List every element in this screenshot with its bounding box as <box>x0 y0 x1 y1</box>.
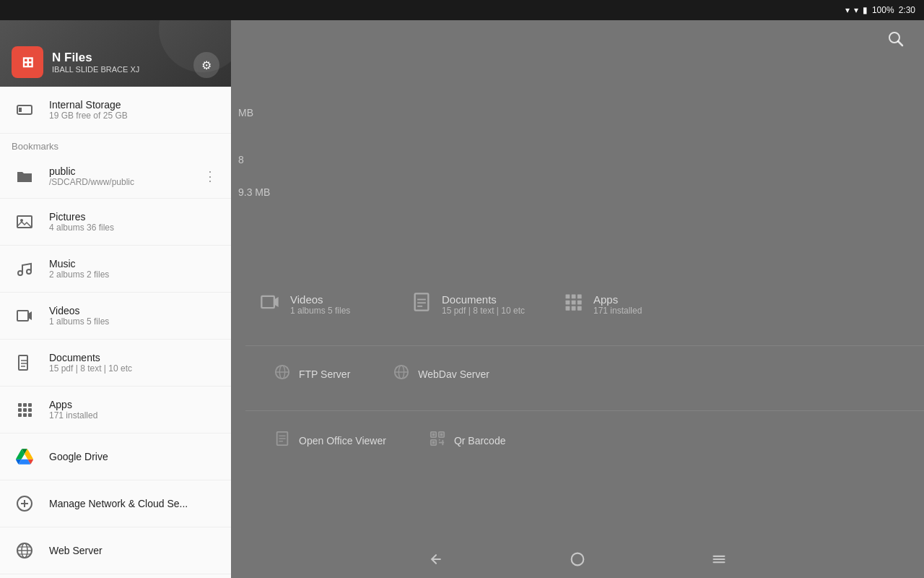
add-cloud-icon <box>12 491 38 517</box>
nav-webdav-server[interactable]: WebDav Server <box>0 574 231 578</box>
pictures-text: Pictures 4 albums 36 files <box>49 211 219 233</box>
settings-button[interactable]: ⚙ <box>193 52 219 78</box>
svg-rect-35 <box>261 296 274 308</box>
servers-section: FTP Server WebDav Server <box>245 353 924 395</box>
main-apps-item[interactable]: Apps 171 installed <box>563 280 693 328</box>
gdrive-text: Google Drive <box>49 451 219 462</box>
svg-rect-36 <box>415 293 429 310</box>
main-documents-name: Documents <box>442 293 525 306</box>
videos-text: Videos 1 albums 5 files <box>49 305 219 327</box>
menu-button[interactable] <box>706 546 732 576</box>
open-office-item[interactable]: Open Office Viewer <box>274 431 386 450</box>
bookmark-text: public /SDCARD/www/public <box>49 165 189 187</box>
main-videos-name: Videos <box>290 293 350 306</box>
bookmark-path: /SDCARD/www/public <box>49 177 189 187</box>
svg-rect-12 <box>23 403 27 407</box>
open-office-icon <box>274 431 290 450</box>
pictures-icon <box>12 209 38 235</box>
svg-line-34 <box>898 41 902 46</box>
main-videos-icon <box>260 292 280 316</box>
partial-mb1: MB <box>231 107 253 118</box>
status-icons: ▾ ▾ ▮ 100% 2:30 <box>845 5 915 15</box>
ftp-server-icon <box>274 364 290 384</box>
wifi-icon: ▾ <box>845 5 850 15</box>
app-icon: ⊞ <box>12 46 43 78</box>
main-apps-name: Apps <box>593 293 642 306</box>
documents-text: Documents 15 pdf | 8 text | 10 etc <box>49 352 219 374</box>
back-button[interactable] <box>423 546 449 576</box>
bottom-nav <box>231 543 924 578</box>
main-apps-text: Apps 171 installed <box>593 293 642 316</box>
svg-point-4 <box>18 271 22 275</box>
main-header <box>231 20 924 61</box>
svg-rect-64 <box>432 441 435 444</box>
bookmark-more-button[interactable]: ⋮ <box>201 165 219 187</box>
webdav-server-item[interactable]: WebDav Server <box>393 364 489 384</box>
home-button[interactable] <box>565 546 590 576</box>
nav-videos[interactable]: Videos 1 albums 5 files <box>0 293 231 340</box>
app-title: N Files <box>52 51 139 65</box>
web-server-name: Web Server <box>49 545 219 556</box>
bookmark-public[interactable]: public /SDCARD/www/public ⋮ <box>0 155 231 199</box>
svg-rect-1 <box>19 108 22 112</box>
partial-num1: 8 <box>231 154 244 165</box>
app-name-text: N Files IBALL SLIDE BRACE XJ <box>52 51 139 74</box>
main-videos-item[interactable]: Videos 1 albums 5 files <box>260 280 390 328</box>
svg-rect-14 <box>18 408 22 412</box>
storage-item[interactable]: Internal Storage 19 GB free of 25 GB <box>0 87 231 134</box>
main-content: MB 8 9.3 MB Videos 1 albums 5 files <box>231 20 924 543</box>
svg-rect-15 <box>23 408 27 412</box>
search-button[interactable] <box>881 24 910 57</box>
ftp-server-item[interactable]: FTP Server <box>274 364 350 384</box>
svg-rect-19 <box>28 413 32 417</box>
nav-music[interactable]: Music 2 albums 2 files <box>0 246 231 293</box>
nav-pictures[interactable]: Pictures 4 albums 36 files <box>0 199 231 246</box>
webdav-server-name: WebDav Server <box>418 368 489 380</box>
partial-mb2: 9.3 MB <box>231 186 270 198</box>
ftp-server-name: FTP Server <box>299 368 350 380</box>
svg-rect-47 <box>572 306 576 311</box>
time-display: 2:30 <box>899 5 915 15</box>
nav-documents[interactable]: Documents 15 pdf | 8 text | 10 etc <box>0 340 231 387</box>
storage-name: Internal Storage <box>49 99 128 111</box>
main-videos-detail: 1 albums 5 files <box>290 306 350 316</box>
divider2 <box>245 410 924 411</box>
sidebar: ⊞ N Files IBALL SLIDE BRACE XJ ⚙ Interna… <box>0 0 231 578</box>
folder-icon <box>12 163 38 189</box>
svg-rect-60 <box>432 434 435 436</box>
pictures-name: Pictures <box>49 211 219 223</box>
svg-rect-7 <box>19 355 27 370</box>
webdav-server-icon <box>393 364 409 384</box>
storage-icon <box>12 97 38 123</box>
qr-icon <box>430 431 445 450</box>
nav-manage-network[interactable]: Manage Network & Cloud Se... <box>0 480 231 527</box>
storage-detail: 19 GB free of 25 GB <box>49 111 128 121</box>
signal-icon: ▾ <box>854 5 858 15</box>
main-documents-detail: 15 pdf | 8 text | 10 etc <box>442 306 525 316</box>
svg-rect-16 <box>28 408 32 412</box>
apps-text: Apps 171 installed <box>49 399 219 420</box>
svg-rect-45 <box>578 301 582 305</box>
main-stats-row: Videos 1 albums 5 files Documents 15 pdf… <box>245 280 924 328</box>
app-subtitle: IBALL SLIDE BRACE XJ <box>52 65 139 74</box>
svg-rect-40 <box>566 295 570 299</box>
nav-web-server[interactable]: Web Server <box>0 527 231 574</box>
music-text: Music 2 albums 2 files <box>49 258 219 280</box>
web-server-text: Web Server <box>49 545 219 556</box>
videos-name: Videos <box>49 305 219 316</box>
videos-icon <box>12 303 38 329</box>
app-icon-symbol: ⊞ <box>22 53 34 71</box>
divider1 <box>245 345 924 346</box>
main-apps-icon <box>563 292 583 316</box>
battery-icon: ▮ <box>863 5 868 15</box>
music-detail: 2 albums 2 files <box>49 269 219 280</box>
gdrive-name: Google Drive <box>49 451 219 462</box>
nav-apps[interactable]: Apps 171 installed <box>0 387 231 434</box>
main-documents-text: Documents 15 pdf | 8 text | 10 etc <box>442 293 525 316</box>
main-documents-item[interactable]: Documents 15 pdf | 8 text | 10 etc <box>411 280 541 328</box>
qr-barcode-item[interactable]: Qr Barcode <box>430 431 506 450</box>
documents-detail: 15 pdf | 8 text | 10 etc <box>49 363 219 374</box>
documents-name: Documents <box>49 352 219 363</box>
nav-google-drive[interactable]: Google Drive <box>0 434 231 480</box>
manage-network-text: Manage Network & Cloud Se... <box>49 498 219 509</box>
